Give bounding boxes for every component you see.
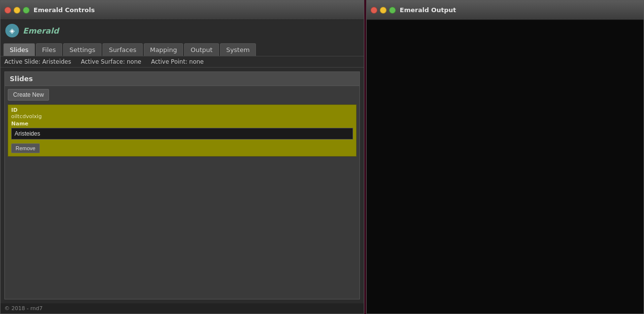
right-window-title: Emerald Output: [400, 6, 456, 14]
slides-body: Create New ID oiltcdvolxig Name Remove: [5, 86, 359, 299]
left-window: Emerald Controls ◈ Emerald Slides Files …: [0, 0, 364, 314]
content-area: Slides Create New ID oiltcdvolxig Name R…: [0, 68, 364, 303]
slides-section-header: Slides: [5, 72, 359, 86]
tab-mapping[interactable]: Mapping: [144, 43, 184, 56]
slides-section: Slides Create New ID oiltcdvolxig Name R…: [4, 71, 360, 299]
tab-system[interactable]: System: [220, 43, 256, 56]
app-logo-icon: ◈: [5, 24, 19, 37]
app-header: ◈ Emerald: [0, 20, 364, 41]
slide-name-input[interactable]: [11, 128, 353, 140]
right-window-buttons: [371, 7, 396, 14]
left-window-title: Emerald Controls: [34, 6, 95, 14]
app-name-label: Emerald: [23, 26, 59, 35]
close-button[interactable]: [4, 7, 11, 14]
right-close-button[interactable]: [371, 7, 377, 14]
tab-slides[interactable]: Slides: [3, 43, 35, 56]
left-title-bar: Emerald Controls: [0, 0, 364, 20]
slide-id-value: oiltcdvolxig: [11, 113, 353, 120]
tab-settings[interactable]: Settings: [63, 43, 102, 56]
remove-slide-button[interactable]: Remove: [11, 143, 40, 153]
footer: © 2018 - rnd7: [0, 303, 364, 314]
slide-item: ID oiltcdvolxig Name Remove: [8, 105, 356, 157]
tab-bar: Slides Files Settings Surfaces Mapping O…: [0, 41, 364, 56]
slide-id-label: ID: [11, 107, 353, 113]
right-minimize-button[interactable]: [380, 7, 387, 14]
create-new-button[interactable]: Create New: [8, 89, 49, 101]
tab-output[interactable]: Output: [184, 43, 219, 56]
active-slide-status: Active Slide: Aristeides: [4, 58, 71, 65]
maximize-button[interactable]: [23, 7, 30, 14]
status-bar: Active Slide: Aristeides Active Surface:…: [0, 56, 364, 68]
minimize-button[interactable]: [14, 7, 20, 14]
active-surface-status: Active Surface: none: [81, 58, 141, 65]
slide-name-label: Name: [11, 121, 353, 127]
window-buttons: [4, 7, 30, 14]
slide-item-header: ID oiltcdvolxig Name: [8, 105, 356, 141]
tab-files[interactable]: Files: [36, 43, 63, 56]
right-window: Emerald Output: [366, 0, 644, 314]
right-window-content: [367, 20, 644, 314]
right-title-bar: Emerald Output: [367, 0, 644, 20]
right-maximize-button[interactable]: [389, 7, 396, 14]
active-point-status: Active Point: none: [151, 58, 204, 65]
tab-surfaces[interactable]: Surfaces: [102, 43, 142, 56]
